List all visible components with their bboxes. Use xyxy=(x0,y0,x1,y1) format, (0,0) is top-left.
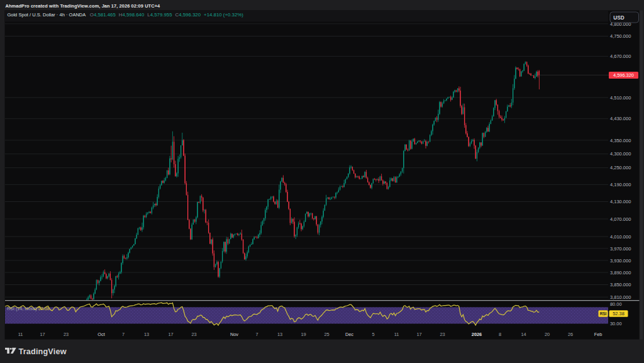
svg-text:11: 11 xyxy=(18,332,23,337)
svg-text:11: 11 xyxy=(394,332,399,337)
svg-text:4,010.000: 4,010.000 xyxy=(610,234,631,240)
svg-text:17: 17 xyxy=(416,332,421,337)
svg-text:4,670.000: 4,670.000 xyxy=(610,53,631,59)
svg-text:Feb: Feb xyxy=(594,332,602,337)
svg-text:8: 8 xyxy=(499,332,501,337)
svg-text:4,070.000: 4,070.000 xyxy=(610,216,631,222)
svg-text:23: 23 xyxy=(440,332,445,337)
svg-text:20: 20 xyxy=(545,332,550,337)
svg-text:23: 23 xyxy=(191,332,196,337)
svg-text:4,250.000: 4,250.000 xyxy=(610,165,631,170)
svg-text:Dec: Dec xyxy=(345,332,353,337)
svg-text:26: 26 xyxy=(568,332,573,337)
svg-text:23: 23 xyxy=(64,332,69,337)
svg-text:13: 13 xyxy=(144,332,149,337)
svg-text:7: 7 xyxy=(255,332,258,337)
svg-text:30.00: 30.00 xyxy=(610,321,622,327)
svg-text:RSI (14, close) 52.38: RSI (14, close) 52.38 xyxy=(7,306,50,311)
svg-text:AhmadPro created with TradingV: AhmadPro created with TradingView.com, J… xyxy=(6,3,161,9)
svg-text:3,890.000: 3,890.000 xyxy=(610,270,631,276)
svg-text:80.00: 80.00 xyxy=(610,301,622,307)
svg-text:13: 13 xyxy=(277,332,282,337)
svg-text:14: 14 xyxy=(521,332,526,337)
svg-text:RSI: RSI xyxy=(600,311,607,316)
svg-text:17: 17 xyxy=(40,332,45,337)
svg-text:4,130.000: 4,130.000 xyxy=(610,199,631,204)
svg-text:Gold Spot / U.S. Dollar · 4h ·: Gold Spot / U.S. Dollar · 4h · OANDAO4,5… xyxy=(7,12,243,18)
svg-text:52.38: 52.38 xyxy=(613,311,625,316)
svg-text:3,930.000: 3,930.000 xyxy=(610,258,631,264)
svg-text:4,300.000: 4,300.000 xyxy=(610,151,631,157)
svg-text:3,850.000: 3,850.000 xyxy=(610,282,631,288)
svg-text:Oct: Oct xyxy=(97,332,105,337)
svg-text:2026: 2026 xyxy=(472,332,482,337)
svg-text:25: 25 xyxy=(324,332,329,337)
svg-text:4,350.000: 4,350.000 xyxy=(610,138,631,143)
svg-text:19: 19 xyxy=(301,332,306,337)
svg-text:4,190.000: 4,190.000 xyxy=(610,182,631,187)
svg-text:17: 17 xyxy=(168,332,173,337)
svg-text:TradingView: TradingView xyxy=(19,347,67,356)
svg-text:4,750.000: 4,750.000 xyxy=(610,33,631,39)
svg-text:4,596.320: 4,596.320 xyxy=(613,72,634,78)
svg-text:Nov: Nov xyxy=(230,332,238,337)
svg-text:3,810.000: 3,810.000 xyxy=(610,294,631,300)
svg-text:4,430.000: 4,430.000 xyxy=(610,116,631,121)
svg-text:USD: USD xyxy=(613,15,624,21)
svg-text:5: 5 xyxy=(372,332,374,337)
svg-text:7: 7 xyxy=(122,332,125,337)
svg-text:4,510.000: 4,510.000 xyxy=(610,95,631,101)
svg-text:3,970.000: 3,970.000 xyxy=(610,246,631,252)
